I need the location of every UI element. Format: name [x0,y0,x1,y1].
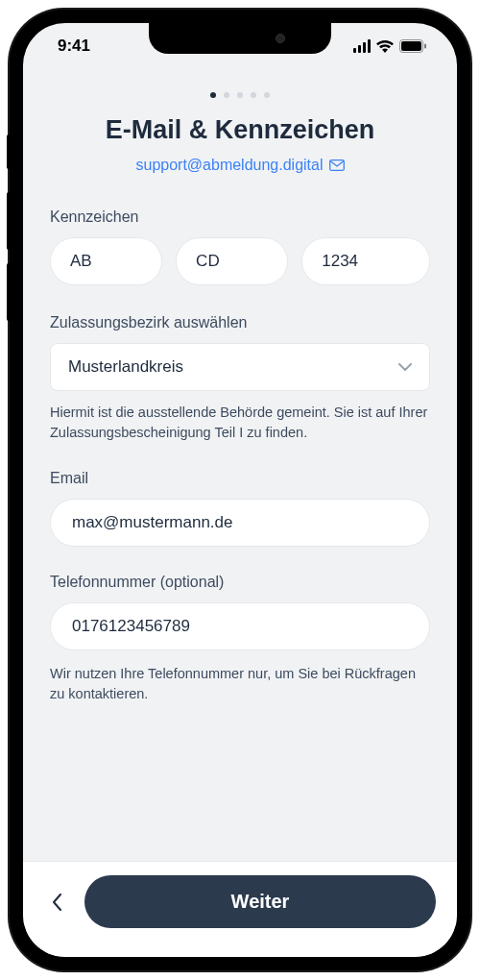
status-time: 9:41 [58,37,90,56]
svg-rect-2 [424,44,426,49]
page-dot [224,92,229,98]
bottom-bar: Weiter [23,861,457,957]
svg-rect-1 [401,41,421,51]
side-button [7,263,10,321]
status-right [353,39,426,53]
chevron-down-icon [398,363,412,371]
page-dot [264,92,270,98]
signal-icon [353,39,371,53]
wifi-icon [376,39,394,53]
phone-screen: 9:41 E-Mail & [23,23,457,957]
side-button [7,192,10,250]
chevron-left-icon [52,894,61,911]
phone-frame: 9:41 E-Mail & [10,10,470,970]
phone-help: Wir nutzen Ihre Telefonnummer nur, um Si… [50,664,430,704]
content-area: E-Mail & Kennzeichen support@abmeldung.d… [23,115,457,861]
mail-icon [329,159,345,171]
email-label: Email [50,470,430,487]
side-button [7,135,10,169]
district-select[interactable]: Musterlandkreis [50,343,430,391]
page-dot [237,92,243,98]
page-title: E-Mail & Kennzeichen [50,115,430,145]
plate-label: Kennzeichen [50,208,430,226]
page-dot [251,92,256,98]
district-help: Hiermit ist die ausstellende Behörde gem… [50,403,430,443]
page-dot [210,92,216,98]
plate-part1-input[interactable] [50,237,162,285]
battery-icon [399,39,426,53]
support-email-link[interactable]: support@abmeldung.digital [50,157,430,174]
email-input[interactable] [50,499,430,547]
next-button[interactable]: Weiter [84,875,436,928]
district-value: Musterlandkreis [68,357,183,377]
support-email-text: support@abmeldung.digital [135,157,323,174]
phone-label: Telefonnummer (optional) [50,574,430,591]
back-button[interactable] [44,883,69,921]
district-label: Zulassungsbezirk auswählen [50,314,430,331]
pagination-dots [23,69,457,115]
plate-part3-input[interactable] [301,237,430,285]
phone-input[interactable] [50,602,430,650]
plate-part2-input[interactable] [176,237,288,285]
notch [149,23,331,54]
camera-dot [276,34,285,43]
plate-inputs [50,237,430,285]
